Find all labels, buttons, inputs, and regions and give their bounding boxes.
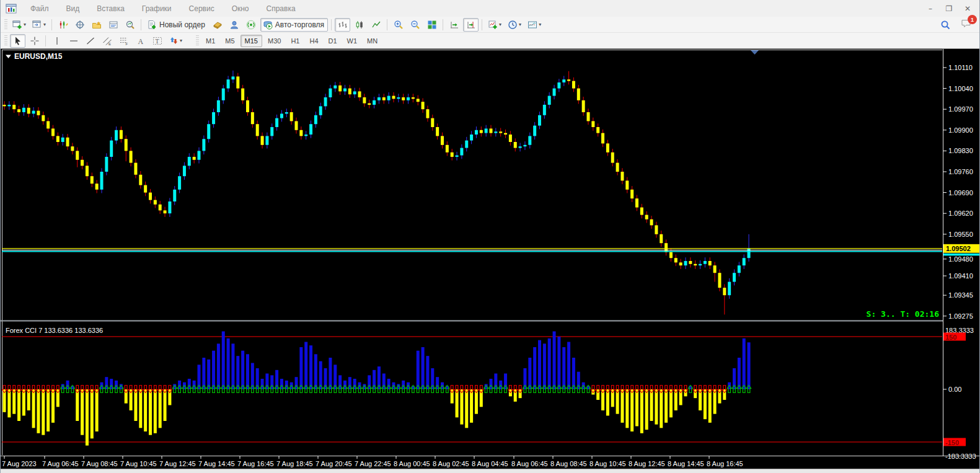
timeframe-mn[interactable]: MN [363, 35, 382, 47]
cursor-icon [13, 36, 23, 46]
trendline-tool-button[interactable] [82, 34, 98, 48]
cci-upper-level-label: 150 [945, 334, 956, 341]
time-tick-label: 8 Aug 10:45 [589, 460, 626, 467]
chart-shift-button[interactable] [463, 18, 479, 32]
timeframe-h1[interactable]: H1 [286, 35, 304, 47]
text-icon: A [136, 36, 146, 46]
price-tick-label: 1.09550 [948, 231, 973, 238]
menu-window[interactable]: Окно [223, 2, 258, 15]
zoom-in-button[interactable] [391, 18, 406, 32]
vertical-line-tool-button[interactable] [49, 34, 64, 48]
time-tick-label: 8 Aug 14:45 [668, 460, 704, 467]
timeframe-m30[interactable]: M30 [263, 35, 285, 47]
vertical-line-icon [52, 36, 62, 46]
auto-scroll-button[interactable] [446, 18, 462, 32]
timeframe-h4[interactable]: H4 [305, 35, 322, 47]
horizontal-line-tool-button[interactable] [66, 34, 81, 48]
chevron-down-icon: ▾ [24, 22, 26, 27]
close-button[interactable]: ✕ [958, 2, 977, 15]
toolbar-separator [482, 19, 482, 30]
indicator-label: Forex CCI 7 133.6336 133.6336 [6, 327, 103, 334]
symbol-label: EURUSD,M15 [6, 52, 63, 61]
data-window-button[interactable] [72, 18, 87, 32]
cursor-tool-button[interactable] [10, 34, 25, 48]
chart-profiles-icon [32, 20, 42, 30]
window-bottom-strip [1, 469, 980, 473]
time-tick-label: 7 Aug 08:45 [81, 460, 118, 467]
indicators-icon [488, 20, 498, 30]
time-tick-label: 7 Aug 06:45 [42, 460, 79, 467]
periods-button[interactable]: ▾ [505, 18, 524, 32]
notification-badge: 1 [968, 15, 977, 24]
time-tick-label: 7 Aug 22:45 [355, 460, 391, 467]
tile-windows-icon [427, 20, 437, 30]
new-order-button[interactable]: Новый ордер [144, 18, 209, 32]
signals-button[interactable] [244, 18, 259, 32]
menu-service[interactable]: Сервис [180, 2, 223, 15]
current-price-marker: 1.09502 [943, 244, 980, 256]
strategy-tester-button[interactable] [122, 18, 138, 32]
tile-windows-button[interactable] [424, 18, 439, 32]
crosshair-tool-button[interactable] [27, 34, 42, 48]
standard-toolbar: ▾ ▾ [1, 17, 979, 33]
fibonacci-tool-button[interactable]: F [116, 34, 131, 48]
horizontal-line-icon [69, 36, 79, 46]
market-watch-button[interactable] [55, 18, 71, 32]
time-tick-label: 7 Aug 10:45 [120, 460, 157, 467]
timeframe-m15[interactable]: M15 [241, 35, 262, 47]
time-tick-label: 8 Aug 02:45 [433, 460, 469, 467]
line-chart-button[interactable] [368, 18, 384, 32]
price-tick-label: 1.09690 [948, 189, 973, 197]
timeframe-m5[interactable]: M5 [221, 35, 239, 47]
chevron-down-icon: ▾ [180, 38, 182, 43]
text-label-icon: T [152, 36, 162, 46]
new-chart-button[interactable]: ▾ [10, 18, 29, 32]
text-tool-button[interactable]: A [133, 34, 148, 48]
channel-tool-button[interactable]: E [99, 34, 115, 48]
text-label-tool-button[interactable]: T [149, 34, 165, 48]
templates-button[interactable]: ▾ [525, 18, 544, 32]
svg-text:T: T [155, 38, 159, 45]
menu-help[interactable]: Справка [258, 2, 304, 15]
price-tick-label: 1.10110 [948, 64, 973, 71]
menu-insert[interactable]: Вставка [88, 2, 133, 15]
terminal-button[interactable] [105, 18, 121, 32]
price-tick-label: 1.09760 [948, 168, 973, 175]
indicators-button[interactable]: ▾ [485, 18, 504, 32]
community-button[interactable] [227, 18, 242, 32]
timeframe-m1[interactable]: M1 [201, 35, 219, 47]
bar-chart-button[interactable] [335, 18, 350, 32]
arrows-tool-button[interactable]: ▾ [166, 34, 185, 48]
navigator-icon [92, 20, 102, 30]
community-icon [229, 20, 239, 30]
menu-charts[interactable]: Графики [133, 2, 180, 15]
minimize-button[interactable]: – [921, 2, 940, 15]
templates-icon [528, 20, 537, 30]
svg-text:E: E [108, 42, 111, 45]
navigator-button[interactable] [89, 18, 104, 32]
chevron-down-icon: ▾ [519, 22, 521, 27]
restore-button[interactable]: ❐ [940, 2, 958, 15]
chart-area[interactable]: EURUSD,M15S: 3.. T: 02:16Forex CCI 7 133… [1, 49, 980, 473]
candlestick-chart-button[interactable] [351, 18, 367, 32]
auto-scroll-icon [449, 20, 459, 30]
chart-profiles-button[interactable]: ▾ [30, 18, 48, 32]
timeframe-d1[interactable]: D1 [324, 35, 342, 47]
toolbar-separator [141, 19, 141, 30]
menu-view[interactable]: Вид [58, 2, 89, 15]
metaeditor-button[interactable] [210, 18, 226, 32]
toolbar-grip [196, 35, 199, 46]
timeframe-w1[interactable]: W1 [343, 35, 362, 47]
cci-zero-label: 0.00 [948, 386, 961, 393]
chevron-down-icon: ▾ [539, 22, 541, 27]
price-tick-label: 1.09275 [948, 312, 973, 320]
zoom-out-button[interactable] [407, 18, 423, 32]
crosshair-icon [30, 36, 40, 46]
autotrading-button[interactable]: Авто-торговля [260, 18, 328, 32]
search-icon[interactable] [940, 20, 951, 30]
price-tick-label: 1.10040 [948, 85, 973, 92]
price-tick-label: 1.09970 [948, 105, 973, 113]
notifications-button[interactable]: 1 [961, 19, 972, 31]
bar-chart-icon [338, 20, 348, 30]
menu-file[interactable]: Файл [22, 2, 58, 15]
